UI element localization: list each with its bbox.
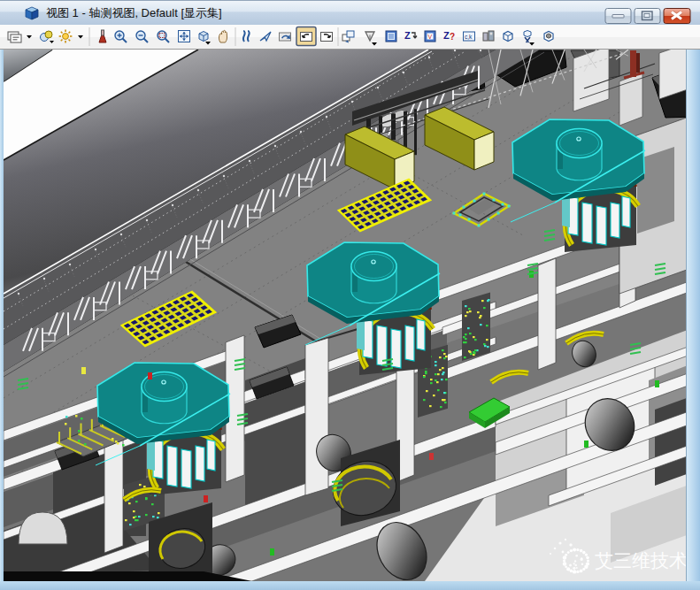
svg-text:?: ? — [450, 32, 455, 42]
svg-text:Z: Z — [443, 30, 450, 41]
svg-text:Z: Z — [404, 30, 411, 41]
svg-text:艾三维技术: 艾三维技术 — [595, 550, 688, 571]
svg-text:V: V — [428, 34, 433, 40]
svg-text:视图 1 - 轴测视图, Default [显示集]: 视图 1 - 轴测视图, Default [显示集] — [46, 6, 222, 19]
svg-text:c,k: c,k — [465, 34, 473, 40]
